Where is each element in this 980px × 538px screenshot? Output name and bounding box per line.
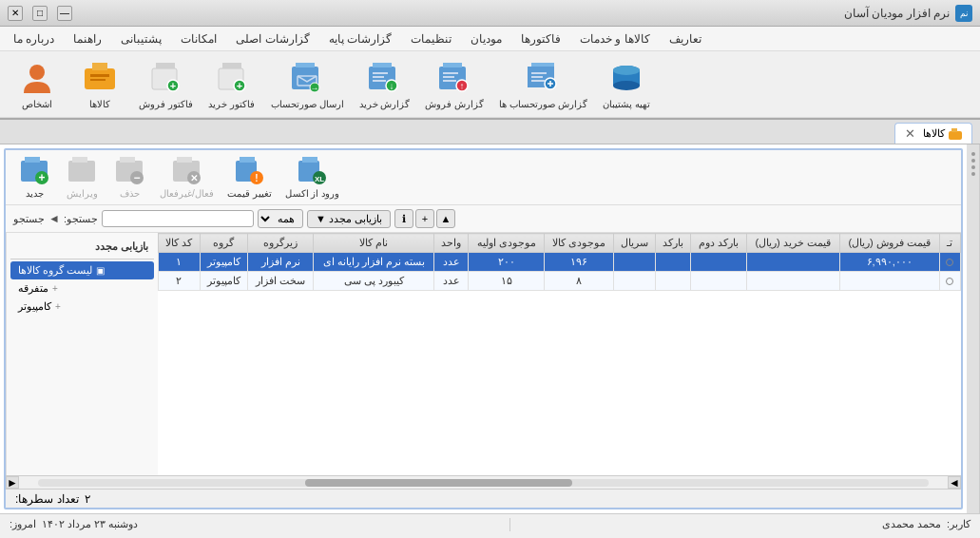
menu-item-modiyan[interactable]: مودیان bbox=[467, 30, 506, 48]
row-count-value: ۲ bbox=[85, 492, 90, 506]
tab-kalaها-label: کالاها bbox=[923, 127, 945, 140]
faktor-forush-icon: + bbox=[147, 60, 183, 96]
action-toggle-button[interactable]: ✕ فعال/غیرفعال bbox=[156, 154, 218, 201]
menu-item-gozareshat-paye[interactable]: گزارشات پایه bbox=[325, 30, 395, 48]
side-dot bbox=[971, 165, 975, 169]
maximize-button[interactable]: □ bbox=[32, 6, 48, 21]
sidebar-item-computer[interactable]: + کامپیوتر bbox=[10, 298, 154, 316]
toolbar-ashkhas[interactable]: اشخاص bbox=[13, 60, 61, 109]
sidebar-item-list[interactable]: ▣ لیست گروه کالاها bbox=[10, 261, 154, 279]
col-header-group: گروه bbox=[200, 234, 248, 253]
scrollbar-track bbox=[38, 479, 929, 487]
side-dot bbox=[971, 159, 975, 163]
svg-rect-10 bbox=[531, 80, 545, 82]
scroll-right-btn[interactable]: ► bbox=[6, 476, 19, 489]
cell-subgroup: سخت افزار bbox=[248, 272, 314, 291]
sidebar-item-label: کامپیوتر bbox=[18, 300, 51, 313]
status-right: دوشنبه ۲۳ مرداد ۱۴۰۲ امروز: bbox=[10, 518, 138, 530]
cell-name: بسته نرم افزار رایانه ای bbox=[314, 253, 434, 272]
cell-initial-stock: ۱۵ bbox=[469, 272, 544, 291]
tree-plus-icon: + bbox=[55, 301, 61, 312]
add-filter-button[interactable]: + bbox=[415, 209, 434, 228]
menu-item-rahnama[interactable]: راهنما bbox=[69, 30, 106, 48]
date-label: امروز: bbox=[10, 518, 36, 530]
toggle-icon: ✕ bbox=[169, 156, 203, 186]
action-change-price-button[interactable]: ! تغییر قیمت bbox=[223, 154, 276, 201]
svg-rect-61 bbox=[120, 157, 135, 163]
minimize-button[interactable]: — bbox=[57, 6, 72, 21]
cell-stock: ۸ bbox=[544, 272, 613, 291]
svg-rect-7 bbox=[531, 63, 554, 67]
tab-kalaها[interactable]: کالاها ✕ bbox=[894, 123, 972, 144]
menu-item-poshtibani[interactable]: پشتیبانی bbox=[117, 30, 165, 48]
scrollbar-thumb[interactable] bbox=[305, 479, 572, 487]
search-input[interactable] bbox=[102, 210, 254, 227]
toggle-label: فعال/غیرفعال bbox=[160, 188, 214, 199]
svg-point-45 bbox=[29, 65, 45, 80]
svg-rect-43 bbox=[90, 74, 109, 77]
ashkhas-icon bbox=[19, 60, 55, 96]
menu-item-kalaها[interactable]: کالاها و خدمات bbox=[576, 30, 654, 48]
menu-item-emkanat[interactable]: امکانات bbox=[177, 30, 221, 48]
toolbar-poshtiban[interactable]: تهیه پشتیبان bbox=[603, 60, 650, 109]
horizontal-scrollbar[interactable]: ◄ ► bbox=[6, 475, 961, 489]
menu-item-faktoorha[interactable]: فاکتورها bbox=[517, 30, 565, 48]
multi-search-group: ▲ + ℹ bbox=[394, 209, 455, 228]
table-header-row: تـ قیمت فروش (ریال) قیمت خرید (ریال) بار… bbox=[159, 234, 961, 253]
tab-strip: کالاها ✕ bbox=[0, 120, 980, 144]
action-excel-button[interactable]: XL ورود از اکسل bbox=[281, 154, 344, 201]
svg-rect-8 bbox=[531, 72, 547, 74]
status-bar: کاربر: محمد محمدی دوشنبه ۲۳ مرداد ۱۴۰۲ ا… bbox=[0, 513, 980, 534]
menu-bar: تعاریف کالاها و خدمات فاکتورها مودیان تن… bbox=[0, 27, 980, 51]
toolbar-gozaresh-forush[interactable]: ↑ گزارش فروش bbox=[425, 60, 484, 109]
kalaها-label: کالاها bbox=[89, 99, 110, 109]
sidebar-item-motafareghe[interactable]: + متفرقه bbox=[10, 279, 154, 298]
cell-buy-price bbox=[746, 253, 839, 272]
excel-label: ورود از اکسل bbox=[285, 188, 340, 199]
svg-text:✕: ✕ bbox=[190, 173, 198, 183]
action-new-button[interactable]: + جدید bbox=[13, 154, 55, 201]
menu-item-tanzimat[interactable]: تنظیمات bbox=[407, 30, 455, 48]
data-table-wrap[interactable]: تـ قیمت فروش (ریال) قیمت خرید (ریال) بار… bbox=[158, 233, 961, 475]
cell-dot bbox=[939, 253, 960, 272]
col-header-name: نام کالا bbox=[314, 234, 434, 253]
menu-item-taarif[interactable]: تعاریف bbox=[665, 30, 705, 48]
table-row[interactable]: ۸ ۱۵ عدد کیبورد پی سی سخت افزار کامپیوتر… bbox=[159, 272, 961, 291]
cell-group: کامپیوتر bbox=[200, 272, 248, 291]
svg-text:↓: ↓ bbox=[390, 81, 394, 91]
action-edit-button[interactable]: ویرایش bbox=[61, 154, 103, 201]
toolbar-gozaresh-kharid[interactable]: ↓ گزارش خرید bbox=[359, 60, 411, 109]
svg-rect-17 bbox=[443, 76, 454, 78]
scroll-left-btn[interactable]: ◄ bbox=[948, 476, 961, 489]
toolbar-kalaها[interactable]: کالاها bbox=[76, 60, 124, 109]
toolbar-faktor-forush[interactable]: + فاکتور فروش bbox=[139, 60, 193, 109]
multi-search-button[interactable]: بازیابی مجدد ▼ bbox=[307, 210, 391, 228]
table-row[interactable]: ۶,۹۹۰,۰۰۰ ۱۹۶ ۲۰۰ عدد بسته نرم افزار رای… bbox=[159, 253, 961, 272]
expand-button[interactable]: ▲ bbox=[436, 209, 455, 228]
menu-item-darbare[interactable]: درباره ما bbox=[10, 30, 58, 48]
col-header-barcode2: بارکد دوم bbox=[691, 234, 746, 253]
filter-select[interactable]: همه bbox=[258, 209, 303, 228]
toolbar-faktor-kharid[interactable]: + فاکتور خرید bbox=[208, 60, 256, 109]
action-delete-button[interactable]: − حذف bbox=[108, 154, 150, 201]
svg-text:+: + bbox=[237, 80, 242, 91]
close-button[interactable]: ✕ bbox=[8, 6, 23, 21]
user-name: محمد محمدی bbox=[882, 518, 941, 530]
tree-expand-icon: ▣ bbox=[96, 265, 105, 276]
info-button[interactable]: ℹ bbox=[394, 209, 413, 228]
edit-label: ویرایش bbox=[67, 188, 98, 199]
gozaresh-kharid-label: گزارش خرید bbox=[359, 99, 411, 109]
toolbar-ersal[interactable]: → ارسال صورتحساب bbox=[271, 60, 344, 109]
search-arrow[interactable]: ◄ bbox=[48, 212, 60, 225]
tree-plus-icon: + bbox=[52, 283, 58, 294]
svg-text:→: → bbox=[311, 84, 319, 93]
soortحساب-icon bbox=[525, 60, 561, 96]
col-header-sell-price: قیمت فروش (ریال) bbox=[839, 234, 939, 253]
tab-close-icon[interactable]: ✕ bbox=[905, 126, 915, 141]
toolbar-soortحساب[interactable]: گزارش صورتحساب ها bbox=[499, 60, 587, 109]
col-header-subgroup: زیرگروه bbox=[248, 234, 314, 253]
faktor-kharid-icon: + bbox=[214, 60, 250, 96]
menu-item-gozareshat-asli[interactable]: گزارشات اصلی bbox=[232, 30, 313, 48]
svg-rect-9 bbox=[531, 76, 543, 78]
gozaresh-forush-label: گزارش فروش bbox=[425, 99, 484, 109]
